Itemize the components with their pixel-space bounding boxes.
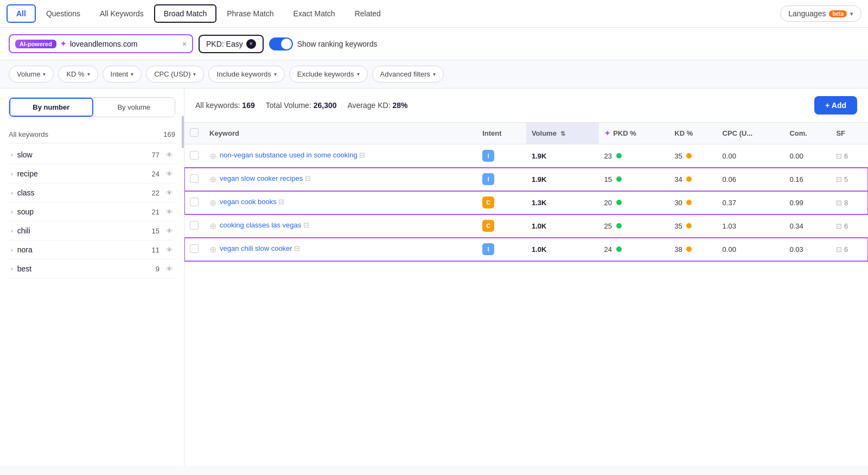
serp-features-icon[interactable]: ⊡ (836, 199, 842, 207)
serp-features-icon[interactable]: ⊡ (836, 175, 842, 183)
row-checkbox-cell[interactable] (184, 214, 204, 238)
filter-bar: Volume ▾ KD % ▾ Intent ▾ CPC (USD) ▾ Inc… (0, 60, 868, 88)
cpc-filter[interactable]: CPC (USD) ▾ (146, 66, 204, 83)
sidebar-item[interactable]: › chili 15 👁 (9, 221, 175, 240)
add-button[interactable]: + Add (814, 96, 857, 115)
by-volume-button[interactable]: By volume (93, 98, 175, 117)
cpc-column-header[interactable]: CPC (U... (717, 123, 784, 144)
row-checkbox[interactable] (190, 174, 199, 183)
serp-icon[interactable]: ⊟ (278, 198, 284, 206)
ai-search-input[interactable]: AI-powered ✦ loveandlemons.com × (9, 34, 193, 53)
advanced-filters[interactable]: Advanced filters ▾ (372, 66, 444, 83)
keyword-link[interactable]: non-vegan substance used in some cooking (220, 151, 358, 159)
keyword-link[interactable]: vegan cook books (220, 198, 277, 206)
eye-icon[interactable]: 👁 (166, 208, 173, 216)
cpc-filter-label: CPC (USD) (154, 70, 190, 78)
eye-icon[interactable]: 👁 (166, 189, 173, 197)
tab-all-keywords[interactable]: All Keywords (91, 5, 153, 22)
ai-badge: AI-powered (15, 40, 56, 48)
sidebar-item[interactable]: › class 22 👁 (9, 183, 175, 202)
ranking-toggle-label: Show ranking keywords (297, 40, 378, 48)
row-checkbox[interactable] (190, 151, 199, 160)
volume-column-header[interactable]: Volume ⇅ (526, 123, 599, 144)
add-keyword-icon[interactable]: ⊕ (209, 174, 216, 185)
row-checkbox-cell[interactable] (184, 191, 204, 214)
eye-icon[interactable]: 👁 (166, 246, 173, 254)
volume-value: 1.9K (532, 175, 546, 183)
com-value: 0.16 (789, 175, 803, 183)
by-number-button[interactable]: By number (9, 98, 93, 117)
volume-filter-label: Volume (17, 70, 40, 78)
eye-icon[interactable]: 👁 (166, 151, 173, 159)
pkd-label: PKD: Easy (206, 40, 243, 48)
row-checkbox[interactable] (190, 198, 199, 206)
sidebar-keyword-label: class (17, 188, 148, 197)
kd-column-header[interactable]: KD % (669, 123, 717, 144)
eye-icon[interactable]: 👁 (166, 170, 173, 178)
tab-exact-match[interactable]: Exact Match (284, 5, 344, 22)
row-checkbox[interactable] (190, 244, 199, 253)
sidebar-keyword-count: 9 (156, 265, 159, 273)
ranking-toggle[interactable] (269, 37, 293, 50)
kd-filter[interactable]: KD % ▾ (58, 66, 98, 83)
languages-tab[interactable]: Languages beta ▾ (780, 5, 861, 22)
serp-features-icon[interactable]: ⊡ (836, 222, 842, 230)
add-keyword-icon[interactable]: ⊕ (209, 221, 216, 231)
serp-features-icon[interactable]: ⊡ (836, 152, 842, 160)
serp-icon[interactable]: ⊟ (303, 221, 309, 229)
eye-icon[interactable]: 👁 (166, 265, 173, 273)
sf-column-header[interactable]: SF (831, 123, 868, 144)
tab-questions[interactable]: Questions (37, 5, 90, 22)
intent-column-header[interactable]: Intent (477, 123, 526, 144)
all-keywords-label: All keywords: (195, 101, 240, 110)
sparkle-icon: ✦ (60, 39, 67, 49)
chevron-down-icon: ▾ (357, 71, 360, 77)
tab-broad-match[interactable]: Broad Match (154, 4, 216, 23)
search-value: loveandlemons.com (70, 40, 179, 48)
serp-icon[interactable]: ⊟ (359, 151, 365, 159)
eye-icon[interactable]: 👁 (166, 227, 173, 235)
pkd-column-header[interactable]: ✦ PKD % (599, 123, 669, 144)
pkd-value: 15 (604, 175, 612, 183)
com-column-header[interactable]: Com. (784, 123, 831, 144)
sidebar-item[interactable]: › best 9 👁 (9, 259, 175, 278)
serp-icon[interactable]: ⊟ (294, 244, 300, 252)
row-checkbox[interactable] (190, 221, 199, 230)
keyword-link[interactable]: vegan chili slow cooker (220, 244, 292, 252)
keyword-link[interactable]: cooking classes las vegas (220, 221, 301, 229)
tab-related[interactable]: Related (346, 5, 390, 22)
row-checkbox-cell[interactable] (184, 238, 204, 261)
pkd-clear-icon[interactable]: × (246, 39, 256, 49)
sidebar-item[interactable]: › soup 21 👁 (9, 202, 175, 221)
keyword-link[interactable]: vegan slow cooker recipes (220, 174, 303, 182)
include-keywords-filter[interactable]: Include keywords ▾ (208, 66, 284, 83)
sidebar-item[interactable]: › nora 11 👁 (9, 240, 175, 259)
row-checkbox-cell[interactable] (184, 144, 204, 168)
total-volume-summary: Total Volume: 26,300 (266, 101, 337, 110)
sidebar-item[interactable]: › slow 77 👁 (9, 145, 175, 164)
clear-icon[interactable]: × (182, 40, 187, 48)
volume-filter[interactable]: Volume ▾ (9, 66, 54, 83)
tab-phrase-match[interactable]: Phrase Match (218, 5, 283, 22)
add-keyword-icon[interactable]: ⊕ (209, 244, 216, 255)
intent-filter[interactable]: Intent ▾ (103, 66, 142, 83)
exclude-keywords-filter[interactable]: Exclude keywords ▾ (289, 66, 368, 83)
tab-all[interactable]: All (7, 4, 36, 23)
sidebar-items: › slow 77 👁 › recipe 24 👁 › class 22 👁 ›… (9, 145, 175, 278)
add-keyword-icon[interactable]: ⊕ (209, 151, 216, 161)
serp-icon[interactable]: ⊟ (305, 174, 311, 182)
select-all-header[interactable] (184, 123, 204, 144)
row-checkbox-cell[interactable] (184, 168, 204, 191)
expand-icon: › (11, 246, 13, 253)
pkd-cell: 24 (599, 238, 669, 261)
add-keyword-icon[interactable]: ⊕ (209, 198, 216, 208)
com-cell: 0.99 (784, 191, 831, 214)
volume-value: 1.0K (532, 245, 546, 254)
sidebar-item[interactable]: › recipe 24 👁 (9, 164, 175, 183)
scrollbar[interactable] (182, 116, 184, 148)
pkd-value: 24 (604, 245, 612, 254)
sf-value: 5 (844, 175, 848, 183)
keyword-column-header[interactable]: Keyword (204, 123, 477, 144)
pkd-filter[interactable]: PKD: Easy × (199, 35, 264, 53)
serp-features-icon[interactable]: ⊡ (836, 245, 842, 254)
